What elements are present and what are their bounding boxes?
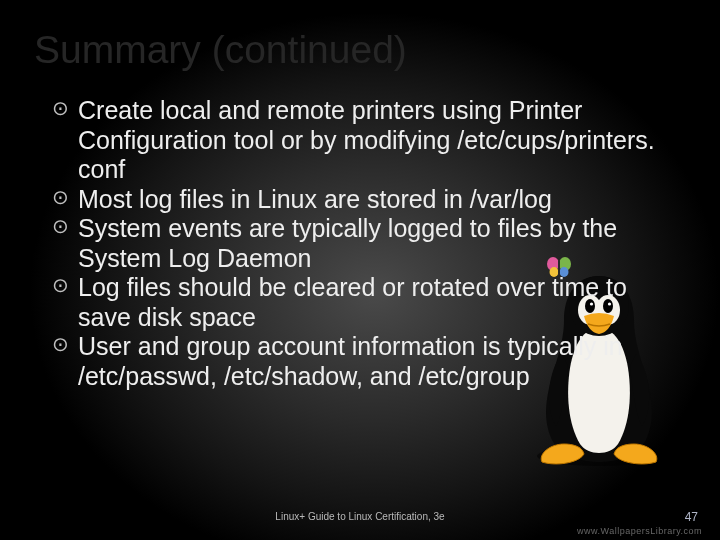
footer-text: Linux+ Guide to Linux Certification, 3e [0,511,720,522]
bullet-text: User and group account information is ty… [78,332,623,390]
slide-title: Summary (continued) [34,28,680,72]
bullet-text: Create local and remote printers using P… [78,96,655,183]
page-number: 47 [685,510,698,524]
slide: Summary (continued) Create local and rem… [0,0,720,540]
bullet-text: System events are typically logged to fi… [78,214,617,272]
list-item: Log files should be cleared or rotated o… [58,273,680,332]
bullet-list: Create local and remote printers using P… [34,96,680,391]
watermark-text: www.WallpapersLibrary.com [577,526,702,536]
list-item: Create local and remote printers using P… [58,96,680,185]
list-item: Most log files in Linux are stored in /v… [58,185,680,215]
bullet-text: Log files should be cleared or rotated o… [78,273,627,331]
list-item: System events are typically logged to fi… [58,214,680,273]
bullet-text: Most log files in Linux are stored in /v… [78,185,552,213]
list-item: User and group account information is ty… [58,332,680,391]
